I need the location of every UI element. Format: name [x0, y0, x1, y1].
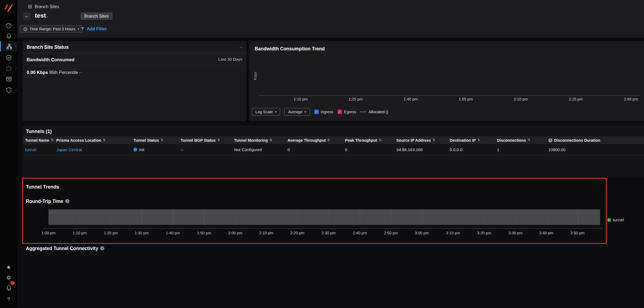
x-tick: 3:00 pm	[410, 231, 433, 235]
x-tick: 2:10 pm	[509, 97, 532, 102]
status-dot-icon	[133, 148, 137, 152]
column-header-peak-throughput[interactable]: Peak Throughput ⇅	[343, 138, 394, 142]
x-tick: 2:20 pm	[286, 231, 309, 235]
cell-bgp-status: --	[178, 147, 232, 152]
egress-checkbox[interactable]: ✓	[337, 110, 342, 114]
cell-peak-throughput: 0	[343, 147, 394, 152]
sidebar-item-workflows[interactable]: ›	[0, 63, 17, 73]
column-header-tunnel-name[interactable]: Tunnel Name ⇅	[22, 138, 54, 142]
tunnels-title: Tunnels (1)	[26, 128, 52, 134]
add-filter-button[interactable]: Add Filter	[80, 26, 107, 31]
column-label: Destination IP	[450, 138, 476, 142]
back-arrow-icon: ←	[24, 13, 29, 19]
bandwidth-trend-card: Bandwidth Consumption Trend Kbps 1:10 pm…	[249, 41, 644, 121]
x-axis-line	[259, 95, 641, 96]
legend-ingress: ✓ Ingress	[314, 110, 333, 114]
column-label: Disconnections	[497, 138, 526, 142]
column-header-monitoring[interactable]: Tunnel Monitoring ⇅	[232, 138, 285, 142]
chevron-down-icon: ▾	[305, 110, 306, 114]
time-range-label: Time Range: Past 3 Hours	[30, 27, 75, 31]
tunnel-trends-title: Tunnel Trends	[26, 184, 59, 190]
average-select[interactable]: Average ▾	[284, 108, 310, 116]
x-tick: 3:30 pm	[504, 231, 527, 235]
cell-avg-throughput: 0	[285, 147, 343, 152]
sidebar-item-security[interactable]	[0, 53, 17, 62]
sort-icon[interactable]: ⇅	[269, 138, 272, 142]
time-range-selector[interactable]: Time Range: Past 3 Hours ▾	[20, 25, 83, 33]
log-scale-select[interactable]: Log Scale ▾	[252, 108, 280, 116]
sort-icon[interactable]: ⇅	[379, 138, 381, 142]
column-header-disconnections[interactable]: Disconnections ⇅	[494, 138, 546, 142]
column-label: Tunnel Status	[133, 138, 159, 142]
sidebar-item-branch-sites[interactable]: ›	[0, 41, 17, 51]
aggregated-connectivity-title: Aggregated Tunnel Connectivity i	[26, 246, 104, 251]
palo-alto-logo[interactable]	[4, 3, 14, 13]
bandwidth-period: Last 30 Days	[218, 57, 242, 62]
sort-icon[interactable]: ⇅	[103, 138, 106, 142]
average-label: Average	[288, 110, 302, 114]
cell-tunnel-status: Init	[131, 147, 178, 152]
branch-sites-chip[interactable]: Branch Sites	[80, 12, 112, 20]
bandwidth-value: 0.00 Kbps	[27, 70, 48, 75]
status-card-header: Branch Site Status --	[22, 41, 246, 53]
x-tick: 1:55 pm	[454, 97, 477, 102]
cell-disconnections-duration: 10800.00	[546, 147, 644, 152]
x-tick: 2:50 pm	[379, 231, 402, 235]
ingress-checkbox[interactable]: ✓	[314, 110, 318, 114]
chevron-right-icon: ›	[15, 34, 17, 38]
column-header-avg-throughput[interactable]: Average Throughput ⇅	[285, 138, 343, 142]
column-header-location[interactable]: Prisma Access Location ⇅	[54, 138, 131, 142]
egress-label: Egress	[344, 110, 356, 114]
bandwidth-metric: 95th Percentile	[49, 70, 78, 75]
star-icon: ★	[6, 264, 11, 270]
sidebar-item-favorites[interactable]: ★	[0, 262, 17, 272]
back-button[interactable]: ←	[22, 12, 31, 20]
info-glyph: i	[102, 247, 103, 250]
sidebar-item-alerts[interactable]: ›	[0, 31, 17, 41]
tunnel-name-link[interactable]: tunnel	[25, 147, 36, 152]
column-header-source-ip[interactable]: Source IP Address ⇅	[394, 138, 447, 142]
x-tick: 2:25 pm	[564, 97, 587, 102]
sort-icon[interactable]: ⇅	[161, 138, 163, 142]
tunnel-table-row[interactable]: tunnel Japan Central Init -- Not Configu…	[22, 144, 644, 155]
sort-icon[interactable]: ⇅	[327, 138, 330, 142]
info-icon: i	[548, 138, 552, 142]
chevron-right-icon: ›	[15, 44, 17, 48]
sidebar-item-reports[interactable]	[0, 74, 17, 84]
x-tick: 3:40 pm	[535, 231, 558, 235]
bell-icon	[5, 33, 12, 39]
sort-icon[interactable]: ⇅	[51, 138, 54, 142]
aggregated-label: Aggregated Tunnel Connectivity	[26, 246, 98, 251]
status-card-title: Branch Site Status	[27, 44, 69, 49]
sidebar-item-help[interactable]: ?	[0, 294, 17, 304]
x-tick: 1:10 pm	[289, 97, 312, 102]
location-link[interactable]: Japan Central	[56, 147, 82, 152]
sidebar-item-dashboard[interactable]	[0, 21, 17, 30]
sidebar-item-settings[interactable]: ⚙	[0, 273, 17, 282]
info-icon[interactable]: i	[100, 246, 104, 250]
shield-icon	[5, 87, 12, 93]
sort-icon[interactable]: ⇅	[433, 138, 435, 142]
sidebar-item-objects[interactable]: ›	[0, 85, 17, 95]
rtt-legend[interactable]: tunnel	[607, 218, 624, 222]
sidebar-nav: › › › ›	[0, 0, 17, 308]
column-label: Disconnections Duration	[554, 138, 600, 142]
sidebar-item-notifications[interactable]	[0, 283, 17, 293]
report-window-icon	[5, 76, 12, 82]
column-header-destination-ip[interactable]: Destination IP ⇅	[447, 138, 494, 142]
dashed-circle-icon	[5, 65, 12, 71]
chevron-right-icon: ›	[15, 66, 17, 70]
bell-icon	[5, 285, 12, 291]
x-tick: 1:40 pm	[399, 97, 422, 102]
column-header-disconnections-duration[interactable]: i Disconnections Duration	[546, 138, 644, 142]
app-window: › › › ›	[0, 0, 644, 308]
sort-icon[interactable]: ⇅	[477, 138, 480, 142]
round-trip-time-chart[interactable]: 1:00 pm 1:10 pm 1:20 pm 1:30 pm 1:40 pm …	[43, 209, 602, 239]
x-tick: 3:10 pm	[442, 231, 465, 235]
sort-icon[interactable]: ⇅	[217, 138, 220, 142]
legend-swatch-tunnel	[607, 218, 611, 221]
column-header-tunnel-status[interactable]: Tunnel Status ⇅	[131, 138, 178, 142]
info-icon[interactable]: i	[65, 199, 69, 203]
sort-icon[interactable]: ⇅	[528, 138, 530, 142]
column-header-bgp-status[interactable]: Tunnel BGP Status ⇅	[178, 138, 232, 142]
